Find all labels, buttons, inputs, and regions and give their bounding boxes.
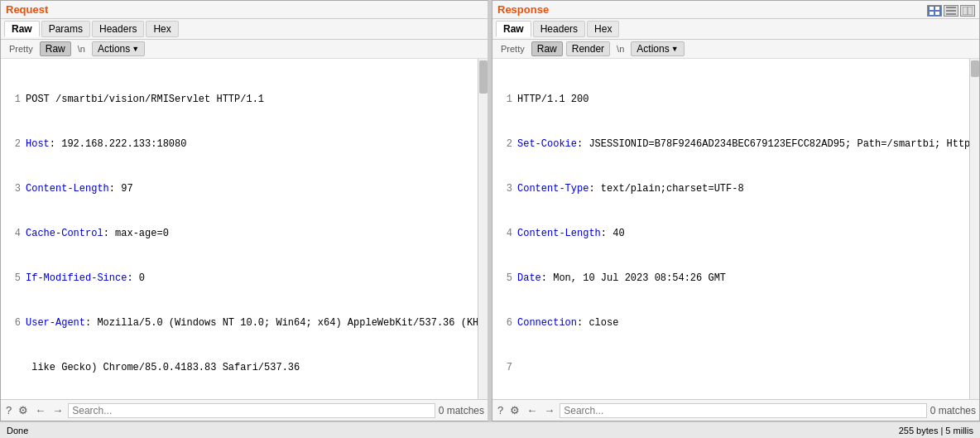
- res-line-1: 1HTTP/1.1 200: [496, 92, 966, 107]
- response-back-icon[interactable]: ←: [525, 404, 539, 416]
- tab-response-hex[interactable]: Hex: [587, 21, 619, 37]
- req-line-6: 6User-Agent: Mozilla/5.0 (Windows NT 10.…: [4, 315, 474, 330]
- svg-rect-5: [946, 10, 956, 12]
- request-tab-bar: Raw Params Headers Hex: [1, 19, 488, 40]
- req-line-5: 5If-Modified-Since: 0: [4, 271, 474, 286]
- response-actions-btn[interactable]: Actions ▼: [631, 41, 684, 56]
- svg-rect-4: [946, 7, 956, 8]
- request-match-count: 0 matches: [439, 405, 484, 416]
- response-title: Response: [492, 1, 979, 19]
- tab-response-headers[interactable]: Headers: [533, 21, 585, 37]
- req-line-6b: like Gecko) Chrome/85.0.4183.83 Safari/5…: [4, 360, 474, 375]
- req-line-1: 1POST /smartbi/vision/RMIServlet HTTP/1.…: [4, 92, 474, 107]
- res-line-5: 5Date: Mon, 10 Jul 2023 08:54:26 GMT: [496, 271, 966, 286]
- response-raw-btn[interactable]: Raw: [531, 41, 563, 56]
- req-line-3: 3Content-Length: 97: [4, 181, 474, 196]
- res-line-2: 2Set-Cookie: JSESSIONID=B78F9246AD234BEC…: [496, 137, 966, 152]
- response-in-btn[interactable]: \n: [613, 43, 627, 55]
- request-pretty-btn[interactable]: Pretty: [6, 43, 36, 55]
- request-raw-btn[interactable]: Raw: [40, 41, 71, 56]
- request-help-icon[interactable]: ?: [4, 404, 13, 416]
- svg-rect-2: [930, 12, 934, 15]
- response-pretty-btn[interactable]: Pretty: [497, 43, 528, 55]
- request-forward-icon[interactable]: →: [50, 404, 65, 416]
- svg-rect-0: [930, 7, 934, 10]
- svg-rect-3: [935, 12, 939, 15]
- request-settings-icon[interactable]: ⚙: [17, 404, 30, 416]
- response-settings-icon[interactable]: ⚙: [508, 404, 521, 416]
- response-render-btn[interactable]: Render: [566, 41, 610, 56]
- actions-chevron-icon: ▼: [132, 45, 139, 53]
- request-search-input[interactable]: [68, 403, 435, 418]
- request-in-btn[interactable]: \n: [74, 43, 89, 55]
- req-line-2: 2Host: 192.168.222.133:18080: [4, 137, 474, 152]
- grid-view-icon[interactable]: [927, 5, 942, 17]
- close-pane-icon[interactable]: [960, 5, 975, 17]
- res-line-6: 6Connection: close: [496, 315, 966, 330]
- request-actions-btn[interactable]: Actions ▼: [92, 41, 145, 56]
- response-match-count: 0 matches: [930, 405, 976, 416]
- response-content: 1HTTP/1.1 200 2Set-Cookie: JSESSIONID=B7…: [492, 59, 969, 399]
- tab-request-headers[interactable]: Headers: [92, 21, 144, 37]
- request-content: 1POST /smartbi/vision/RMIServlet HTTP/1.…: [1, 59, 478, 399]
- res-line-4: 4Content-Length: 40: [496, 226, 966, 241]
- res-line-7: 7: [496, 360, 966, 375]
- response-help-icon[interactable]: ?: [496, 404, 505, 416]
- response-toolbar: Pretty Raw Render \n Actions ▼: [492, 40, 979, 59]
- request-back-icon[interactable]: ←: [33, 404, 47, 416]
- tab-response-raw[interactable]: Raw: [496, 21, 531, 37]
- svg-rect-6: [946, 13, 956, 15]
- tab-request-raw[interactable]: Raw: [4, 21, 40, 37]
- response-actions-chevron-icon: ▼: [671, 45, 679, 53]
- svg-rect-1: [935, 7, 939, 10]
- response-search-input[interactable]: [560, 403, 926, 418]
- status-right: 255 bytes | 5 millis: [899, 426, 973, 436]
- res-line-3: 3Content-Type: text/plain;charset=UTF-8: [496, 181, 966, 196]
- status-left: Done: [7, 426, 28, 436]
- tab-request-hex[interactable]: Hex: [146, 21, 178, 37]
- response-forward-icon[interactable]: →: [542, 404, 556, 416]
- request-title: Request: [1, 1, 488, 19]
- req-line-4: 4Cache-Control: max-age=0: [4, 226, 474, 241]
- request-search-bar: ? ⚙ ← → 0 matches: [1, 399, 488, 421]
- response-tab-bar: Raw Headers Hex: [492, 19, 979, 40]
- request-toolbar: Pretty Raw \n Actions ▼: [1, 40, 488, 59]
- tab-request-params[interactable]: Params: [41, 21, 90, 37]
- request-scrollbar[interactable]: [478, 59, 488, 399]
- response-scrollbar[interactable]: [969, 59, 979, 399]
- list-view-icon[interactable]: [944, 5, 958, 17]
- response-search-bar: ? ⚙ ← → 0 matches: [492, 399, 979, 421]
- status-bar: Done 255 bytes | 5 millis: [0, 421, 980, 438]
